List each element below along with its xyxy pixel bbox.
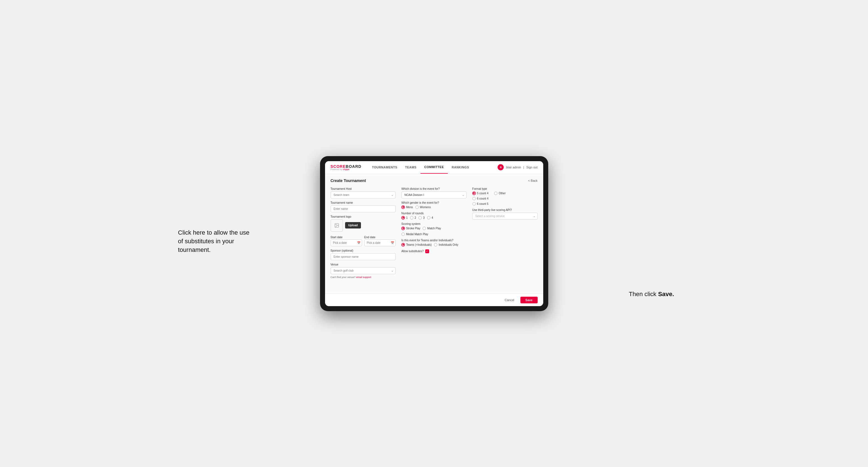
gender-mens[interactable]: Mens xyxy=(401,206,413,209)
division-select-wrapper: NCAA Division I xyxy=(401,191,467,198)
teams-radio[interactable] xyxy=(401,243,405,247)
scoring-medal-radio[interactable] xyxy=(401,232,405,236)
gender-mens-radio[interactable] xyxy=(401,206,405,209)
format-6count5[interactable]: 6 count 5 xyxy=(472,202,538,206)
format-6count5-radio[interactable] xyxy=(472,202,476,206)
form-col-3: Format type 5 count 4 Other xyxy=(472,187,538,279)
scoring-match-label: Match Play xyxy=(427,227,441,230)
scoring-group: Scoring system Stroke Play Match Play xyxy=(401,222,467,236)
tournament-host-input[interactable] xyxy=(331,191,396,198)
scoring-match[interactable]: Match Play xyxy=(423,226,441,230)
division-group: Which division is the event for? NCAA Di… xyxy=(401,187,467,198)
sponsor-label: Sponsor (optional) xyxy=(331,249,396,252)
gender-womens-radio[interactable] xyxy=(415,206,419,209)
email-support-link[interactable]: email support xyxy=(356,276,371,279)
rounds-4-label: 4 xyxy=(432,216,433,219)
format-5count4-radio[interactable] xyxy=(472,191,476,195)
nav-links: TOURNAMENTS TEAMS COMMITTEE RANKINGS xyxy=(368,161,498,174)
rounds-3-label: 3 xyxy=(423,216,425,219)
tablet-device: SCOREBOARD Powered by clippd TOURNAMENTS… xyxy=(320,156,548,311)
nav-rankings[interactable]: RANKINGS xyxy=(448,161,473,174)
rounds-1-radio[interactable] xyxy=(401,216,405,220)
individuals-only[interactable]: Individuals Only xyxy=(434,243,458,247)
svg-point-1 xyxy=(336,224,336,225)
nav-teams[interactable]: TEAMS xyxy=(401,161,421,174)
sign-out-link[interactable]: Sign out xyxy=(526,165,537,169)
rounds-2-label: 2 xyxy=(415,216,416,219)
format-other-radio[interactable] xyxy=(494,191,498,195)
left-annotation: Click here to allow the use of substitut… xyxy=(178,228,256,254)
scoring-service-select[interactable]: Select a scoring service xyxy=(472,213,538,220)
user-name: blair admin xyxy=(506,165,521,169)
form-col-2: Which division is the event for? NCAA Di… xyxy=(401,187,467,279)
upload-button[interactable]: Upload xyxy=(345,222,361,228)
rounds-2[interactable]: 2 xyxy=(410,216,416,220)
teams-label-text: Teams (+Individuals) xyxy=(406,243,432,246)
scoring-stroke[interactable]: Stroke Play xyxy=(401,226,420,230)
rounds-4-radio[interactable] xyxy=(427,216,431,220)
rounds-3[interactable]: 3 xyxy=(418,216,425,220)
venue-label: Venue xyxy=(331,263,396,266)
venue-help: Can't find your venue? email support xyxy=(331,276,396,279)
tournament-name-input[interactable] xyxy=(331,206,396,212)
tournament-host-group: Tournament Host xyxy=(331,187,396,198)
scoring-api-label: Use third-party live scoring API? xyxy=(472,209,538,212)
gender-womens[interactable]: Womens xyxy=(415,206,431,209)
venue-input[interactable] xyxy=(331,267,396,274)
cancel-button[interactable]: Cancel xyxy=(501,297,518,303)
logo-area: SCOREBOARD Powered by clippd xyxy=(331,164,362,170)
form-grid: Tournament Host Tournament name Tourname… xyxy=(331,187,538,279)
date-row: Start date 📅 End date xyxy=(331,234,396,246)
format-5count4[interactable]: 5 count 4 xyxy=(472,191,488,195)
gender-group: Which gender is the event for? Mens Wome… xyxy=(401,201,467,209)
nav-user: B blair admin | Sign out xyxy=(498,164,537,170)
scoring-label: Scoring system xyxy=(401,222,467,225)
format-6count4-radio[interactable] xyxy=(472,197,476,200)
rounds-1-label: 1 xyxy=(406,216,408,219)
logo-clippd: clippd xyxy=(343,168,349,170)
end-date-group: End date 📅 xyxy=(364,234,396,246)
teams-label: Is this event for Teams and/or Individua… xyxy=(401,239,467,242)
scoring-stroke-radio[interactable] xyxy=(401,226,405,230)
format-5count4-label: 5 count 4 xyxy=(477,192,488,195)
rounds-2-radio[interactable] xyxy=(410,216,413,220)
tablet-screen: SCOREBOARD Powered by clippd TOURNAMENTS… xyxy=(325,161,543,306)
rounds-1[interactable]: 1 xyxy=(401,216,408,220)
substitutes-checkbox[interactable]: ✓ xyxy=(425,249,429,253)
teams-and-individuals[interactable]: Teams (+Individuals) xyxy=(401,243,432,247)
logo-placeholder xyxy=(331,219,343,231)
start-date-group: Start date 📅 xyxy=(331,234,362,246)
form-col-1: Tournament Host Tournament name Tourname… xyxy=(331,187,396,279)
calendar-icon-start: 📅 xyxy=(357,241,361,244)
tournament-name-group: Tournament name xyxy=(331,201,396,212)
tournament-host-label: Tournament Host xyxy=(331,187,396,190)
logo-score: SCORE xyxy=(331,164,346,169)
tournament-host-select-wrapper xyxy=(331,191,396,198)
logo-board: BOARD xyxy=(346,164,361,169)
format-6count4[interactable]: 6 count 4 xyxy=(472,197,538,200)
user-avatar: B xyxy=(498,164,504,170)
logo-upload-row: Upload xyxy=(331,219,396,231)
dates-group: Start date 📅 End date xyxy=(331,234,396,246)
start-date-label: Start date xyxy=(331,236,343,239)
nav-tournaments[interactable]: TOURNAMENTS xyxy=(368,161,401,174)
division-select[interactable]: NCAA Division I xyxy=(401,191,467,198)
individuals-label: Individuals Only xyxy=(439,243,458,246)
save-button[interactable]: Save xyxy=(520,297,538,303)
individuals-radio[interactable] xyxy=(434,243,437,247)
format-other[interactable]: Other xyxy=(494,191,506,195)
scoring-match-radio[interactable] xyxy=(423,226,426,230)
tournament-logo-label: Tournament logo xyxy=(331,215,396,218)
sponsor-input[interactable] xyxy=(331,253,396,260)
tournament-logo-group: Tournament logo Upload xyxy=(331,215,396,231)
rounds-4[interactable]: 4 xyxy=(427,216,433,220)
nav-committee[interactable]: COMMITTEE xyxy=(421,161,448,174)
scoring-stroke-label: Stroke Play xyxy=(406,227,420,230)
back-link[interactable]: < Back xyxy=(528,179,538,182)
page-title: Create Tournament xyxy=(331,178,366,183)
substitutes-row: Allow substitutes? ✓ xyxy=(401,249,467,253)
scoring-medal[interactable]: Medal Match Play xyxy=(401,232,428,236)
venue-group: Venue Can't find your venue? email suppo… xyxy=(331,263,396,279)
teams-radio-group: Teams (+Individuals) Individuals Only xyxy=(401,243,467,247)
rounds-3-radio[interactable] xyxy=(418,216,422,220)
